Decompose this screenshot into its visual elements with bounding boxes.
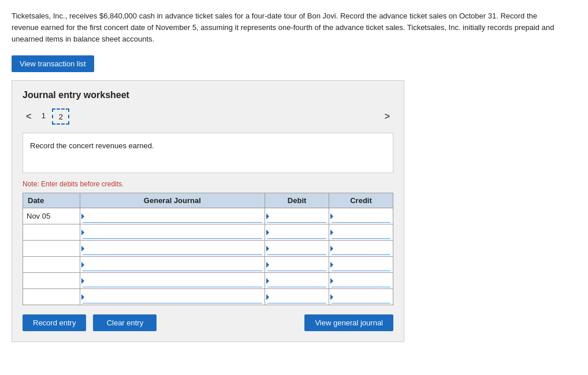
- problem-description: Ticketsales, Inc., receives $6,840,000 c…: [12, 10, 554, 45]
- tabs-navigation: < 1 2 >: [23, 108, 393, 125]
- credit-cell-1[interactable]: [329, 208, 393, 224]
- tab-2[interactable]: 2: [52, 108, 69, 125]
- general-journal-input-2[interactable]: [83, 226, 263, 239]
- credit-input-2[interactable]: [332, 226, 390, 239]
- col-header-general-journal: General Journal: [80, 193, 265, 208]
- note-text: Note: Enter debits before credits.: [23, 180, 393, 188]
- credit-cell-4[interactable]: [329, 257, 393, 273]
- next-tab-button[interactable]: >: [381, 110, 393, 123]
- general-journal-input-3[interactable]: [83, 242, 263, 255]
- table-row: [23, 273, 393, 289]
- col-header-date: Date: [23, 193, 80, 208]
- debit-input-5[interactable]: [267, 275, 326, 287]
- date-cell-2: [23, 224, 80, 241]
- general-journal-input-1[interactable]: [83, 210, 263, 223]
- tab-1[interactable]: 1: [35, 108, 52, 125]
- table-row: [23, 241, 393, 257]
- prev-tab-button[interactable]: <: [23, 110, 35, 123]
- date-cell-5: [23, 273, 80, 289]
- date-cell-3: [23, 241, 80, 257]
- entry-description-box: Record the concert revenues earned.: [23, 133, 393, 173]
- action-buttons-row: Record entry Clear entry View general jo…: [23, 314, 393, 331]
- debit-cell-4[interactable]: [265, 257, 329, 273]
- credit-cell-2[interactable]: [329, 224, 393, 241]
- worksheet-container: Journal entry worksheet < 1 2 > Record t…: [12, 80, 404, 342]
- credit-input-1[interactable]: [332, 210, 390, 223]
- general-journal-cell-6[interactable]: [80, 289, 265, 305]
- date-cell-4: [23, 257, 80, 273]
- table-row: [23, 257, 393, 273]
- col-header-credit: Credit: [329, 193, 393, 208]
- credit-input-4[interactable]: [332, 258, 390, 271]
- credit-cell-5[interactable]: [329, 273, 393, 289]
- credit-input-5[interactable]: [332, 275, 390, 287]
- debit-input-6[interactable]: [267, 291, 326, 303]
- table-row: [23, 224, 393, 241]
- debit-input-2[interactable]: [267, 226, 326, 239]
- general-journal-cell-2[interactable]: [80, 224, 265, 241]
- view-transaction-button[interactable]: View transaction list: [12, 55, 94, 72]
- entry-description-text: Record the concert revenues earned.: [30, 141, 154, 150]
- credit-input-3[interactable]: [332, 242, 390, 255]
- debit-input-1[interactable]: [267, 210, 326, 223]
- general-journal-cell-1[interactable]: [80, 208, 265, 224]
- general-journal-cell-4[interactable]: [80, 257, 265, 273]
- journal-table: Date General Journal Debit Credit Nov 05: [23, 193, 393, 305]
- debit-input-4[interactable]: [267, 258, 326, 271]
- record-entry-button[interactable]: Record entry: [23, 314, 86, 331]
- col-header-debit: Debit: [265, 193, 329, 208]
- general-journal-input-4[interactable]: [83, 258, 263, 271]
- worksheet-title: Journal entry worksheet: [23, 90, 393, 100]
- debit-cell-2[interactable]: [265, 224, 329, 241]
- table-row: Nov 05: [23, 208, 393, 224]
- debit-input-3[interactable]: [267, 242, 326, 255]
- clear-entry-button[interactable]: Clear entry: [93, 314, 157, 331]
- debit-cell-3[interactable]: [265, 241, 329, 257]
- credit-input-6[interactable]: [332, 291, 390, 303]
- date-cell-1: Nov 05: [23, 208, 80, 224]
- general-journal-input-5[interactable]: [83, 275, 263, 287]
- view-general-journal-button[interactable]: View general journal: [304, 314, 393, 331]
- general-journal-input-6[interactable]: [83, 291, 263, 303]
- date-cell-6: [23, 289, 80, 305]
- general-journal-cell-3[interactable]: [80, 241, 265, 257]
- table-row: [23, 289, 393, 305]
- credit-cell-3[interactable]: [329, 241, 393, 257]
- debit-cell-1[interactable]: [265, 208, 329, 224]
- credit-cell-6[interactable]: [329, 289, 393, 305]
- general-journal-cell-5[interactable]: [80, 273, 265, 289]
- debit-cell-6[interactable]: [265, 289, 329, 305]
- debit-cell-5[interactable]: [265, 273, 329, 289]
